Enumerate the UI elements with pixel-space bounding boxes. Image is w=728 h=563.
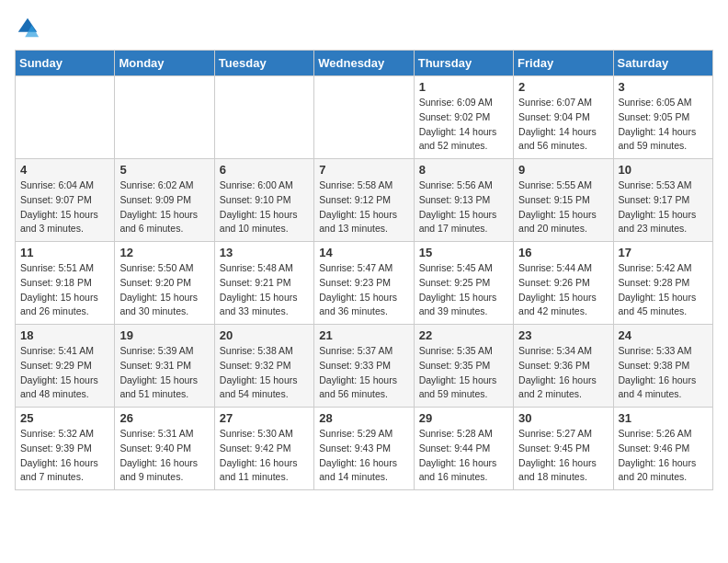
calendar-cell: 26Sunrise: 5:31 AM Sunset: 9:40 PM Dayli… [115, 408, 214, 490]
day-info: Sunrise: 5:27 AM Sunset: 9:45 PM Dayligh… [518, 427, 608, 485]
weekday-header-sunday: Sunday [16, 51, 115, 76]
calendar-cell: 18Sunrise: 5:41 AM Sunset: 9:29 PM Dayli… [16, 325, 115, 408]
day-info: Sunrise: 5:53 AM Sunset: 9:17 PM Dayligh… [619, 178, 708, 236]
calendar-cell: 22Sunrise: 5:35 AM Sunset: 9:35 PM Dayli… [414, 325, 513, 408]
weekday-header-monday: Monday [115, 51, 214, 76]
day-info: Sunrise: 5:42 AM Sunset: 9:28 PM Dayligh… [619, 261, 708, 319]
day-number: 21 [319, 328, 408, 342]
calendar-cell: 16Sunrise: 5:44 AM Sunset: 9:26 PM Dayli… [514, 242, 613, 325]
day-number: 9 [518, 163, 608, 177]
calendar-table: SundayMondayTuesdayWednesdayThursdayFrid… [15, 50, 713, 490]
day-number: 23 [518, 328, 608, 342]
day-info: Sunrise: 6:09 AM Sunset: 9:02 PM Dayligh… [419, 96, 508, 154]
day-number: 3 [619, 80, 708, 94]
calendar-week-3: 11Sunrise: 5:51 AM Sunset: 9:18 PM Dayli… [16, 242, 713, 325]
day-info: Sunrise: 5:38 AM Sunset: 9:32 PM Dayligh… [220, 344, 309, 402]
day-number: 1 [419, 80, 508, 94]
day-info: Sunrise: 6:02 AM Sunset: 9:09 PM Dayligh… [119, 178, 209, 236]
calendar-cell: 5Sunrise: 6:02 AM Sunset: 9:09 PM Daylig… [115, 159, 214, 242]
calendar-cell: 4Sunrise: 6:04 AM Sunset: 9:07 PM Daylig… [16, 159, 115, 242]
day-number: 24 [619, 328, 708, 342]
weekday-header-thursday: Thursday [414, 51, 513, 76]
logo-icon [15, 15, 40, 40]
calendar-cell: 29Sunrise: 5:28 AM Sunset: 9:44 PM Dayli… [414, 408, 513, 490]
day-info: Sunrise: 5:55 AM Sunset: 9:15 PM Dayligh… [518, 178, 608, 236]
weekday-header-wednesday: Wednesday [314, 51, 414, 76]
calendar-week-4: 18Sunrise: 5:41 AM Sunset: 9:29 PM Dayli… [16, 325, 713, 408]
day-info: Sunrise: 5:32 AM Sunset: 9:39 PM Dayligh… [20, 427, 109, 485]
day-number: 12 [119, 246, 209, 259]
weekday-header-friday: Friday [514, 51, 613, 76]
day-number: 29 [419, 411, 508, 425]
day-info: Sunrise: 5:29 AM Sunset: 9:43 PM Dayligh… [319, 427, 408, 485]
calendar-cell: 24Sunrise: 5:33 AM Sunset: 9:38 PM Dayli… [613, 325, 712, 408]
day-number: 5 [119, 163, 209, 177]
calendar-cell: 21Sunrise: 5:37 AM Sunset: 9:33 PM Dayli… [314, 325, 414, 408]
day-number: 18 [20, 328, 109, 342]
calendar-cell: 19Sunrise: 5:39 AM Sunset: 9:31 PM Dayli… [115, 325, 214, 408]
day-info: Sunrise: 5:39 AM Sunset: 9:31 PM Dayligh… [119, 344, 209, 402]
day-number: 6 [220, 163, 309, 177]
calendar-cell: 27Sunrise: 5:30 AM Sunset: 9:42 PM Dayli… [214, 408, 313, 490]
day-number: 11 [20, 246, 109, 259]
day-number: 10 [619, 163, 708, 177]
day-info: Sunrise: 6:00 AM Sunset: 9:10 PM Dayligh… [220, 178, 309, 236]
day-info: Sunrise: 5:26 AM Sunset: 9:46 PM Dayligh… [619, 427, 708, 485]
day-number: 7 [319, 163, 408, 177]
day-info: Sunrise: 5:48 AM Sunset: 9:21 PM Dayligh… [220, 261, 309, 319]
weekday-header-saturday: Saturday [613, 51, 712, 76]
calendar-cell: 25Sunrise: 5:32 AM Sunset: 9:39 PM Dayli… [16, 408, 115, 490]
calendar-cell: 10Sunrise: 5:53 AM Sunset: 9:17 PM Dayli… [613, 159, 712, 242]
day-info: Sunrise: 5:50 AM Sunset: 9:20 PM Dayligh… [119, 261, 209, 319]
calendar-cell: 7Sunrise: 5:58 AM Sunset: 9:12 PM Daylig… [314, 159, 414, 242]
calendar-week-1: 1Sunrise: 6:09 AM Sunset: 9:02 PM Daylig… [16, 76, 713, 159]
calendar-week-2: 4Sunrise: 6:04 AM Sunset: 9:07 PM Daylig… [16, 159, 713, 242]
day-info: Sunrise: 5:33 AM Sunset: 9:38 PM Dayligh… [619, 344, 708, 402]
calendar-cell: 30Sunrise: 5:27 AM Sunset: 9:45 PM Dayli… [514, 408, 613, 490]
day-info: Sunrise: 6:05 AM Sunset: 9:05 PM Dayligh… [619, 96, 708, 154]
calendar-cell [16, 76, 115, 159]
day-info: Sunrise: 5:58 AM Sunset: 9:12 PM Dayligh… [319, 178, 408, 236]
day-info: Sunrise: 5:34 AM Sunset: 9:36 PM Dayligh… [518, 344, 608, 402]
calendar-cell: 9Sunrise: 5:55 AM Sunset: 9:15 PM Daylig… [514, 159, 613, 242]
day-number: 25 [20, 411, 109, 425]
calendar-cell: 28Sunrise: 5:29 AM Sunset: 9:43 PM Dayli… [314, 408, 414, 490]
day-number: 14 [319, 246, 408, 259]
day-number: 22 [419, 328, 508, 342]
day-info: Sunrise: 5:37 AM Sunset: 9:33 PM Dayligh… [319, 344, 408, 402]
day-info: Sunrise: 5:30 AM Sunset: 9:42 PM Dayligh… [220, 427, 309, 485]
day-number: 4 [20, 163, 109, 177]
day-number: 27 [220, 411, 309, 425]
day-info: Sunrise: 5:51 AM Sunset: 9:18 PM Dayligh… [20, 261, 109, 319]
day-info: Sunrise: 5:28 AM Sunset: 9:44 PM Dayligh… [419, 427, 508, 485]
day-number: 26 [119, 411, 209, 425]
day-info: Sunrise: 6:07 AM Sunset: 9:04 PM Dayligh… [518, 96, 608, 154]
day-number: 2 [518, 80, 608, 94]
calendar-cell: 15Sunrise: 5:45 AM Sunset: 9:25 PM Dayli… [414, 242, 513, 325]
calendar-cell: 17Sunrise: 5:42 AM Sunset: 9:28 PM Dayli… [613, 242, 712, 325]
day-number: 17 [619, 246, 708, 259]
day-number: 28 [319, 411, 408, 425]
calendar-cell: 11Sunrise: 5:51 AM Sunset: 9:18 PM Dayli… [16, 242, 115, 325]
calendar-cell: 8Sunrise: 5:56 AM Sunset: 9:13 PM Daylig… [414, 159, 513, 242]
day-number: 16 [518, 246, 608, 259]
day-info: Sunrise: 5:47 AM Sunset: 9:23 PM Dayligh… [319, 261, 408, 319]
calendar-cell: 1Sunrise: 6:09 AM Sunset: 9:02 PM Daylig… [414, 76, 513, 159]
logo [15, 15, 44, 40]
page-header [15, 15, 713, 40]
weekday-header-tuesday: Tuesday [214, 51, 313, 76]
day-number: 31 [619, 411, 708, 425]
calendar-cell: 6Sunrise: 6:00 AM Sunset: 9:10 PM Daylig… [214, 159, 313, 242]
calendar-cell: 31Sunrise: 5:26 AM Sunset: 9:46 PM Dayli… [613, 408, 712, 490]
day-info: Sunrise: 5:31 AM Sunset: 9:40 PM Dayligh… [119, 427, 209, 485]
calendar-cell [214, 76, 313, 159]
calendar-cell: 23Sunrise: 5:34 AM Sunset: 9:36 PM Dayli… [514, 325, 613, 408]
day-number: 8 [419, 163, 508, 177]
day-info: Sunrise: 5:56 AM Sunset: 9:13 PM Dayligh… [419, 178, 508, 236]
day-number: 30 [518, 411, 608, 425]
calendar-cell: 3Sunrise: 6:05 AM Sunset: 9:05 PM Daylig… [613, 76, 712, 159]
day-info: Sunrise: 5:45 AM Sunset: 9:25 PM Dayligh… [419, 261, 508, 319]
day-number: 13 [220, 246, 309, 259]
calendar-cell: 14Sunrise: 5:47 AM Sunset: 9:23 PM Dayli… [314, 242, 414, 325]
day-number: 19 [119, 328, 209, 342]
